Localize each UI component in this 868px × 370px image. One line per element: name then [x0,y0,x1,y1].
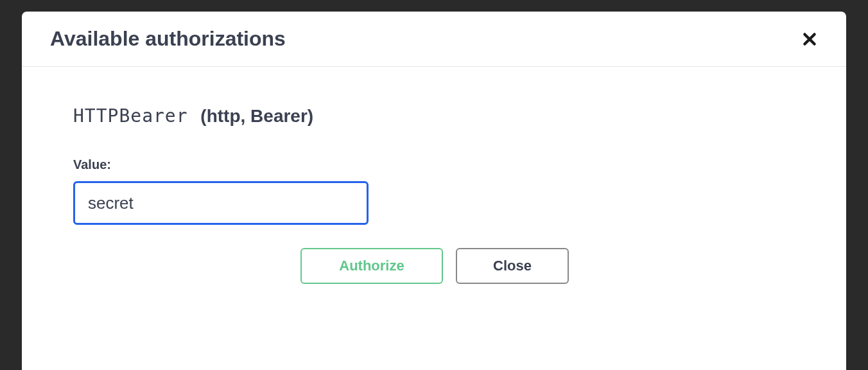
authorization-modal: Available authorizations HTTPBearer (htt… [22,12,846,370]
value-input[interactable] [73,181,369,225]
scheme-type: (http, Bearer) [200,106,313,126]
scheme-title: HTTPBearer (http, Bearer) [73,105,795,127]
modal-title: Available authorizations [50,27,286,51]
close-button[interactable]: Close [456,248,569,284]
close-icon[interactable] [799,28,820,50]
scheme-name: HTTPBearer [73,105,188,127]
button-row: Authorize Close [300,248,795,284]
authorize-button[interactable]: Authorize [300,248,443,284]
value-label: Value: [73,157,795,172]
modal-header: Available authorizations [22,12,846,67]
modal-body: HTTPBearer (http, Bearer) Value: Authori… [22,67,846,310]
